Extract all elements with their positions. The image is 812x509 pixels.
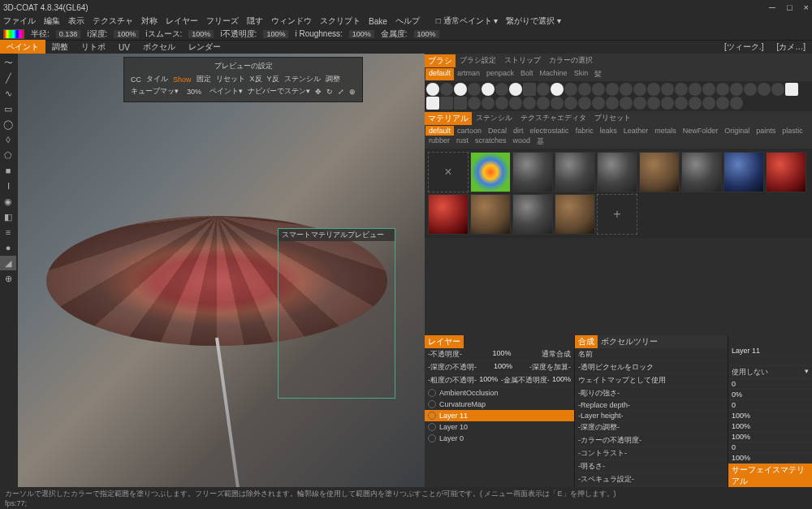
matcat[interactable]: scratches (472, 136, 510, 148)
brush-item[interactable] (606, 97, 619, 110)
matcat[interactable]: plastic (779, 126, 806, 136)
material-item[interactable] (597, 152, 637, 192)
reset-button[interactable]: リセット (216, 74, 245, 84)
prop-row[interactable]: 名前 (575, 348, 728, 361)
metal-field[interactable]: 100% (414, 30, 439, 38)
blend-select[interactable]: 通常合成 (542, 349, 571, 360)
menu-help[interactable]: ヘルプ (395, 15, 420, 27)
brush-item[interactable] (716, 97, 729, 110)
material-item[interactable] (428, 194, 469, 235)
scale-field[interactable]: 30% (184, 88, 205, 96)
mat-tab-stencil[interactable]: ステンシル (472, 111, 516, 125)
brush-item[interactable] (661, 83, 674, 96)
brush-item[interactable] (426, 97, 439, 110)
minimize-icon[interactable]: ─ (769, 2, 775, 12)
prop-row[interactable]: -カラーの不透明度- (575, 434, 728, 447)
material-item[interactable] (555, 194, 595, 235)
scale-icon[interactable]: ⤢ (338, 88, 344, 96)
ellipse-tool-icon[interactable]: ◯ (0, 117, 16, 132)
layer-row[interactable]: Layer 0 (425, 433, 574, 444)
stencil-button[interactable]: ステンシル (284, 74, 321, 84)
brush-item[interactable] (620, 83, 633, 96)
brush-item[interactable] (606, 83, 619, 96)
matcat[interactable]: fabric (572, 126, 597, 136)
text-tool-icon[interactable]: Ⅰ (0, 179, 16, 193)
matcat[interactable]: paints (753, 126, 779, 136)
prop-row[interactable]: -深度の調整- (575, 421, 728, 434)
brush-item[interactable] (564, 97, 577, 110)
brush-item[interactable] (468, 97, 481, 110)
tab-adjust[interactable]: 調整 (45, 40, 75, 54)
close-icon[interactable]: × (804, 2, 809, 12)
matcat[interactable]: leaks (597, 126, 620, 136)
material-item[interactable] (681, 152, 722, 192)
prop-row[interactable]: -明るさ- (575, 460, 728, 473)
brush-item[interactable] (675, 83, 688, 96)
layer-row[interactable]: Layer 10 (425, 421, 574, 433)
matcat[interactable]: electrostatic (527, 126, 572, 136)
matcat[interactable]: rubber (425, 136, 453, 148)
color-swatch[interactable] (3, 29, 24, 39)
brush-item[interactable] (482, 83, 495, 96)
val-field[interactable]: 100% (732, 412, 750, 420)
depth-field[interactable]: 100% (114, 30, 139, 38)
tile-button[interactable]: タイル (146, 74, 168, 84)
transform-tool-icon[interactable]: ⊕ (0, 271, 16, 286)
prop-row[interactable]: -スペキュラ設定- (575, 473, 728, 486)
matcat[interactable]: Decal (485, 126, 510, 136)
brush-item[interactable] (744, 83, 757, 96)
chevron-down-icon[interactable]: ▾ (805, 367, 809, 377)
layer-row[interactable]: Layer 11 (425, 410, 574, 421)
matcat[interactable]: default (425, 126, 454, 136)
paint-mode-select[interactable]: □ 通常ペイント ▾ (436, 15, 499, 27)
matcat[interactable]: Original (721, 126, 753, 136)
voxeltree-label[interactable]: ボクセルツリー (598, 335, 661, 348)
val-field[interactable]: 100% (732, 454, 750, 462)
brush-item[interactable] (592, 83, 605, 96)
use-select[interactable]: 使用しない (732, 367, 768, 377)
matcat[interactable]: rust (453, 136, 472, 148)
brush-item[interactable] (551, 97, 564, 110)
curve-tool-icon[interactable]: ∿ (0, 86, 16, 101)
menu-script[interactable]: スクリプト (320, 15, 361, 27)
brush-item[interactable] (689, 97, 702, 110)
cubemap-select[interactable]: キューブマッ▾ (131, 86, 179, 97)
depthopac-val[interactable]: 100% (494, 362, 512, 373)
brush-item[interactable] (495, 83, 508, 96)
prop-row[interactable]: -透明ピクセルをロック (575, 361, 728, 374)
clone-tool-icon[interactable]: ◉ (0, 194, 16, 209)
material-item[interactable] (723, 152, 764, 192)
brushcat-skin[interactable]: Skin (571, 68, 592, 80)
brush-item[interactable] (509, 83, 522, 96)
tab-camera[interactable]: [カメ…] (770, 40, 812, 54)
brush-item[interactable] (785, 83, 798, 96)
prop-row[interactable]: -Replace depth- (575, 400, 728, 411)
viewport[interactable]: プレビューの設定 CC タイル Show 固定 リセット X反 Y反 ステンシル… (18, 54, 425, 494)
rotate-icon[interactable]: ↻ (326, 88, 333, 96)
smooth-field[interactable]: 100% (188, 30, 214, 38)
prop-row[interactable]: -彫りの強さ- (575, 387, 728, 400)
brush-item[interactable] (702, 97, 715, 110)
menu-texture[interactable]: テクスチャ (93, 15, 133, 27)
matcat[interactable]: dirt (510, 126, 527, 136)
visibility-icon[interactable] (428, 434, 436, 442)
mat-new[interactable]: + (597, 194, 637, 235)
tab-render[interactable]: レンダー (182, 40, 227, 54)
brushcat-artman[interactable]: artman (454, 68, 483, 80)
material-item[interactable] (512, 152, 553, 192)
val-field[interactable]: 0 (732, 380, 736, 388)
brushcat-machine[interactable]: Machine (537, 68, 571, 80)
layer-row[interactable]: AmbientOcclusion (425, 387, 574, 399)
picker-tool-icon[interactable]: ≡ (0, 225, 16, 239)
tab-retopo[interactable]: リトポ (75, 40, 112, 54)
brush-item[interactable] (620, 97, 633, 110)
brush-item[interactable] (537, 83, 550, 96)
brush-item[interactable] (440, 83, 453, 96)
brush-tool-icon[interactable]: 〜 (0, 55, 16, 70)
visibility-icon[interactable] (428, 412, 436, 420)
brush-item[interactable] (454, 83, 467, 96)
material-item[interactable] (470, 152, 511, 192)
brush-item[interactable] (661, 97, 674, 110)
brush-item[interactable] (592, 97, 605, 110)
brush-item[interactable] (454, 97, 467, 110)
